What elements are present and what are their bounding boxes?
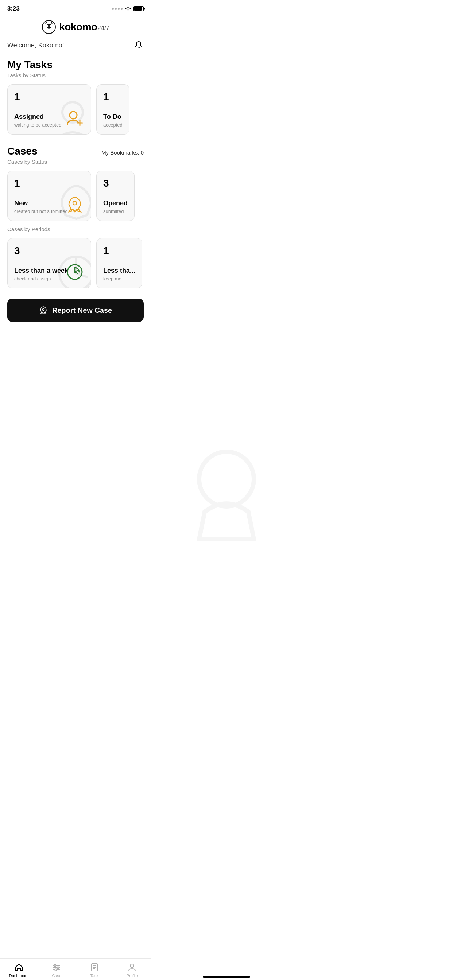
tasks-section-header: My Tasks bbox=[0, 52, 151, 72]
welcome-text: Welcome, Kokomo! bbox=[7, 41, 64, 49]
status-icons bbox=[112, 6, 144, 11]
case-week2-number: 1 bbox=[103, 245, 135, 257]
card-period-watermark bbox=[54, 251, 91, 288]
signal-icon bbox=[112, 8, 123, 10]
case-week2-label: Less tha... bbox=[103, 267, 135, 275]
status-bar: 3:23 bbox=[0, 0, 151, 16]
task-card-assigned[interactable]: 1 Assigned waiting to be accepted bbox=[7, 84, 91, 135]
wifi-icon bbox=[125, 6, 131, 11]
logo-icon bbox=[41, 20, 56, 34]
cases-status-cards-scroll[interactable]: 1 New created but not submitted 3 bbox=[0, 168, 151, 225]
svg-point-17 bbox=[42, 309, 44, 310]
svg-point-7 bbox=[62, 102, 83, 123]
report-new-case-button[interactable]: Report New Case bbox=[7, 299, 144, 322]
task-todo-label: To Do bbox=[103, 113, 123, 121]
card-bg-watermark bbox=[54, 184, 91, 221]
case-opened-desc: submitted bbox=[103, 208, 128, 214]
svg-point-2 bbox=[47, 25, 48, 27]
case-opened-label: Opened bbox=[103, 199, 128, 207]
report-btn-label: Report New Case bbox=[52, 306, 112, 315]
tasks-title: My Tasks bbox=[7, 59, 144, 71]
logo-text: kokomo24/7 bbox=[59, 21, 109, 33]
welcome-row: Welcome, Kokomo! bbox=[0, 37, 151, 52]
task-todo-desc: accepted bbox=[103, 122, 123, 127]
case-card-week[interactable]: 3 Less than a week check and assign bbox=[7, 238, 91, 288]
case-card-new[interactable]: 1 New created but not submitted bbox=[7, 170, 91, 221]
cases-section-header: Cases My Bookmarks: 0 bbox=[0, 139, 151, 158]
case-card-opened[interactable]: 3 Opened submitted bbox=[96, 170, 135, 221]
logo-area: kokomo24/7 bbox=[0, 16, 151, 37]
case-week2-desc: keep mo... bbox=[103, 276, 135, 282]
report-rocket-icon bbox=[39, 306, 48, 315]
battery-icon bbox=[134, 6, 144, 11]
case-card-week2[interactable]: 1 Less tha... keep mo... bbox=[96, 238, 142, 288]
card-watermark bbox=[54, 98, 91, 135]
cases-by-period-subtitle: Cases by Periods bbox=[0, 225, 151, 235]
task-card-todo[interactable]: 1 To Do accepted bbox=[96, 84, 129, 135]
svg-line-16 bbox=[76, 274, 87, 277]
status-time: 3:23 bbox=[7, 5, 20, 13]
case-opened-number: 3 bbox=[103, 178, 128, 189]
cases-period-cards-scroll[interactable]: 3 Less than a week check and assign bbox=[0, 235, 151, 293]
tasks-subtitle: Tasks by Status bbox=[0, 72, 151, 81]
cases-title: Cases bbox=[7, 145, 38, 157]
task-todo-number: 1 bbox=[103, 91, 123, 103]
svg-point-3 bbox=[49, 25, 51, 27]
bookmarks-link[interactable]: My Bookmarks: 0 bbox=[101, 150, 144, 156]
cases-by-status-subtitle: Cases by Status bbox=[0, 158, 151, 168]
tasks-cards-scroll[interactable]: 1 Assigned waiting to be accepted 1 To bbox=[0, 81, 151, 139]
bell-icon[interactable] bbox=[134, 40, 144, 50]
report-btn-area: Report New Case bbox=[0, 293, 151, 326]
